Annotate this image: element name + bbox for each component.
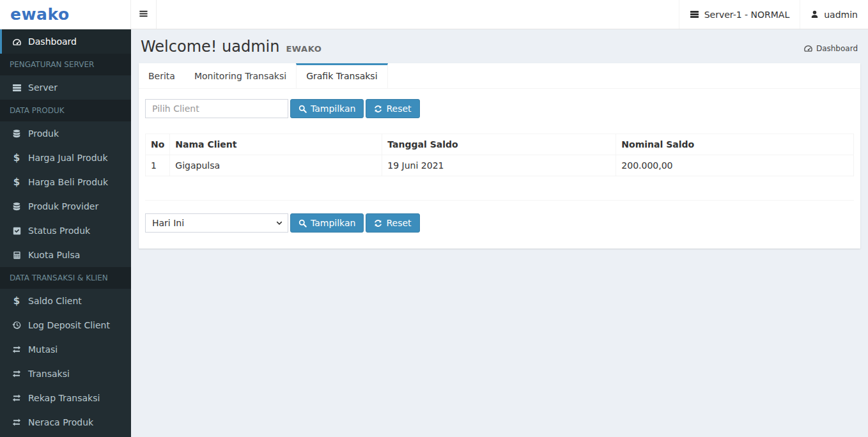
sidebar-item-transaksi[interactable]: Transaksi <box>0 362 131 386</box>
server-status-item[interactable]: Server-1 - NORMAL <box>679 0 800 29</box>
content-header: Welcome! uadmin EWAKO Dashboard <box>131 29 868 63</box>
exchange-icon <box>10 345 24 354</box>
page-title: Welcome! uadmin EWAKO <box>141 38 858 56</box>
navbar-right: Server-1 - NORMAL uadmin <box>679 0 868 29</box>
bars-icon <box>139 9 148 20</box>
sidebar-item-rekap-transaksi[interactable]: Rekap Transaksi <box>0 386 131 410</box>
dollar-icon: $ <box>10 178 24 187</box>
saldo-client-table: NoNama ClientTanggal SaldoNominal Saldo … <box>145 134 854 176</box>
dashboard-icon <box>803 43 813 53</box>
period-select[interactable]: Hari Ini <box>145 213 288 233</box>
table-header-row: NoNama ClientTanggal SaldoNominal Saldo <box>146 134 854 155</box>
top-navbar: ewako Server-1 - NORMAL uadmin <box>0 0 868 29</box>
show-button[interactable]: Tampilkan <box>290 99 364 118</box>
divider <box>145 200 854 201</box>
sidebar-item-harga-beli-produk[interactable]: $ Harga Beli Produk <box>0 170 131 194</box>
history-icon <box>10 321 24 330</box>
exchange-icon <box>10 418 24 427</box>
table-row[interactable]: 1Gigapulsa19 Juni 2021200.000,00 <box>146 155 854 176</box>
dashboard-icon <box>10 37 24 47</box>
user-menu-item[interactable]: uadmin <box>800 0 868 29</box>
dollar-icon: $ <box>10 153 24 163</box>
client-filter-row: Tampilkan Reset <box>145 99 854 118</box>
search-icon <box>298 105 307 113</box>
breadcrumb-label: Dashboard <box>816 44 858 53</box>
tab-monitoring-transaksi: Monitoring Transaksi <box>185 63 296 88</box>
server-icon <box>10 83 24 93</box>
brand-logo[interactable]: ewako <box>0 0 131 29</box>
sidebar-section-header: DATA PRODUK <box>0 100 131 121</box>
server-icon <box>690 10 699 19</box>
database-icon <box>10 129 24 138</box>
sidebar-item-saldo-client[interactable]: $ Saldo Client <box>0 289 131 313</box>
dollar-icon: $ <box>10 296 24 306</box>
sidebar: Dashboard PENGATURAN SERVER Server DATA … <box>0 29 131 437</box>
exchange-icon <box>10 369 24 378</box>
table-column-header: Tanggal Saldo <box>382 134 616 155</box>
search-icon <box>298 219 307 227</box>
sidebar-section-header: PENGATURAN SERVER <box>0 54 131 75</box>
period-filter-row: Hari Ini Tampilkan Reset <box>145 213 854 233</box>
sidebar-item-dashboard[interactable]: Dashboard <box>0 29 131 54</box>
sidebar-item-produk[interactable]: Produk <box>0 121 131 146</box>
refresh-icon <box>374 219 382 227</box>
tab-content: Tampilkan Reset NoNama ClientTanggal Sal… <box>139 89 860 249</box>
user-name-label: uadmin <box>824 10 858 20</box>
content-area: Welcome! uadmin EWAKO Dashboard BeritaMo… <box>131 29 868 437</box>
reset-button-period[interactable]: Reset <box>366 213 419 233</box>
navbar: Server-1 - NORMAL uadmin <box>131 0 868 29</box>
welcome-text: Welcome! uadmin <box>141 38 279 56</box>
table-cell: 19 Juni 2021 <box>382 155 616 176</box>
period-select-wrap: Hari Ini <box>145 213 288 233</box>
tab-berita: Berita <box>139 63 185 88</box>
sidebar-item-server[interactable]: Server <box>0 75 131 100</box>
reset-button[interactable]: Reset <box>366 99 419 118</box>
sidebar-section-header: DATA TRANSAKSI & KLIEN <box>0 267 131 289</box>
application-window: ewako Server-1 - NORMAL uadmin Dashboard… <box>0 0 868 437</box>
sidebar-item-neraca-produk[interactable]: Neraca Produk <box>0 410 131 434</box>
table-cell: 200.000,00 <box>616 155 854 176</box>
check-square-icon <box>10 227 24 235</box>
client-search-input[interactable] <box>145 99 288 118</box>
show-button-period[interactable]: Tampilkan <box>290 213 364 233</box>
table-cell: Gigapulsa <box>170 155 382 176</box>
server-status-label: Server-1 - NORMAL <box>704 10 790 20</box>
sidebar-item-status-produk[interactable]: Status Produk <box>0 218 131 243</box>
refresh-icon <box>374 105 382 113</box>
table-cell: 1 <box>146 155 170 176</box>
dashboard-tab-box: BeritaMonitoring TransaksiGrafik Transak… <box>139 63 860 249</box>
user-icon <box>810 10 819 19</box>
calculator-icon <box>10 251 24 259</box>
table-body: 1Gigapulsa19 Juni 2021200.000,00 <box>146 155 854 176</box>
tab-bar: BeritaMonitoring TransaksiGrafik Transak… <box>139 63 860 89</box>
database-icon <box>10 202 24 211</box>
sidebar-item-harga-jual-produk[interactable]: $ Harga Jual Produk <box>0 146 131 170</box>
breadcrumb[interactable]: Dashboard <box>803 43 858 53</box>
page-subtitle: EWAKO <box>286 44 322 54</box>
sidebar-item-kuota-pulsa[interactable]: Kuota Pulsa <box>0 243 131 267</box>
table-column-header: Nominal Saldo <box>616 134 854 155</box>
table-column-header: No <box>146 134 170 155</box>
sidebar-item-log-deposit-client[interactable]: Log Deposit Client <box>0 313 131 337</box>
sidebar-item-produk-provider[interactable]: Produk Provider <box>0 194 131 218</box>
exchange-icon <box>10 394 24 402</box>
tab-grafik-transaksi: Grafik Transaksi <box>296 63 387 88</box>
sidebar-toggle-button[interactable] <box>131 0 157 29</box>
table-column-header: Nama Client <box>170 134 382 155</box>
sidebar-item-mutasi[interactable]: Mutasi <box>0 337 131 362</box>
